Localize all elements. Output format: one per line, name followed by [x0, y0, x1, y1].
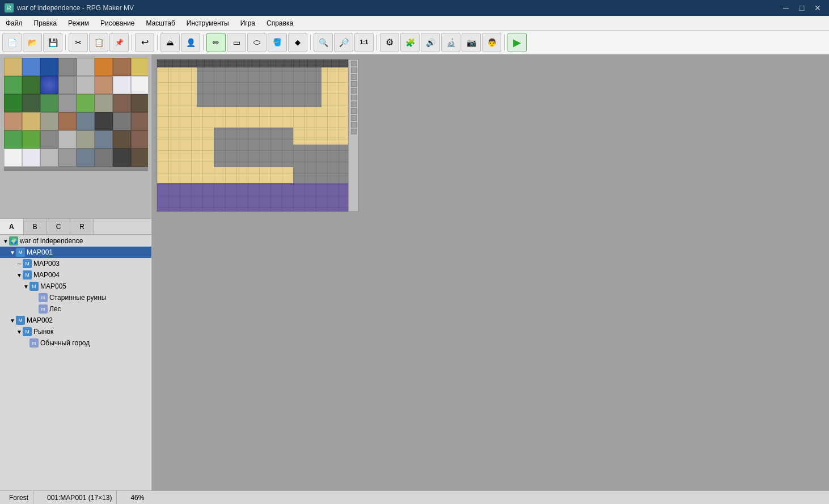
- maximize-button[interactable]: □: [795, 2, 809, 14]
- tile-cell[interactable]: [4, 112, 22, 130]
- minimize-button[interactable]: ─: [779, 2, 793, 14]
- zoom-out-button[interactable]: [334, 33, 353, 52]
- tree-obichniy-gorod[interactable]: m Обычный город: [0, 337, 151, 349]
- open-button[interactable]: [23, 33, 42, 52]
- tile-cell[interactable]: [77, 112, 95, 130]
- menu-item-[interactable]: Файл: [0, 16, 28, 30]
- toggle-rynok[interactable]: ▼: [16, 329, 23, 335]
- tree-map002[interactable]: ▼ M MAP002: [0, 315, 151, 326]
- tile-cell[interactable]: [22, 94, 40, 112]
- sound-button[interactable]: [421, 33, 440, 52]
- tile-cell[interactable]: [95, 112, 113, 130]
- tile-cell[interactable]: [40, 149, 58, 167]
- new-button[interactable]: [2, 33, 22, 52]
- tile-cell[interactable]: [95, 130, 113, 149]
- tile-cell[interactable]: [22, 112, 40, 130]
- tree-les[interactable]: m Лес: [0, 303, 151, 315]
- tile-cell[interactable]: [113, 76, 131, 94]
- toggle-map002[interactable]: ▼: [9, 317, 16, 324]
- tree-map003[interactable]: ─ M MAP003: [0, 258, 151, 269]
- tile-cell[interactable]: [77, 76, 95, 94]
- toggle-map004[interactable]: ▼: [16, 272, 23, 278]
- tile-cell[interactable]: [77, 149, 95, 167]
- map-canvas[interactable]: [157, 59, 359, 212]
- zoom-in-button[interactable]: [314, 33, 333, 52]
- paste-button[interactable]: [109, 33, 129, 52]
- tree-starinnie-ruini[interactable]: m Старинные руины: [0, 292, 151, 303]
- plugin-button[interactable]: [400, 33, 420, 52]
- tile-cell[interactable]: [4, 58, 22, 76]
- fill-button[interactable]: [268, 33, 287, 52]
- menu-item-[interactable]: Справка: [261, 16, 299, 30]
- tree-rynok[interactable]: ▼ M Рынок: [0, 326, 151, 337]
- toggle-map001[interactable]: ▼: [9, 249, 16, 256]
- tree-root[interactable]: ▼ 🌍 war of independence: [0, 235, 151, 247]
- tile-cell[interactable]: [4, 130, 22, 149]
- tile-cell[interactable]: [113, 149, 131, 167]
- settings-button[interactable]: [380, 33, 399, 52]
- screenshot-button[interactable]: [462, 33, 481, 52]
- tile-cell[interactable]: [131, 130, 148, 149]
- copy-button[interactable]: [89, 33, 108, 52]
- tile-cell[interactable]: [4, 94, 22, 112]
- tile-cell[interactable]: [131, 149, 148, 167]
- tab-A[interactable]: A: [0, 219, 24, 234]
- tile-cell[interactable]: [22, 76, 40, 94]
- menu-item-[interactable]: Режим: [62, 16, 95, 30]
- map-tree-panel[interactable]: ▼ 🌍 war of independence ▼ M MAP001 ─ M M…: [0, 235, 151, 490]
- tile-cell[interactable]: [95, 149, 113, 167]
- tree-map004[interactable]: ▼ M MAP004: [0, 269, 151, 281]
- tile-cell[interactable]: [4, 76, 22, 94]
- tile-cell[interactable]: [131, 76, 148, 94]
- toggle-map005[interactable]: ▼: [23, 283, 29, 290]
- tile-cell[interactable]: [77, 58, 95, 76]
- tile-cell[interactable]: [58, 76, 77, 94]
- tile-cell[interactable]: [77, 130, 95, 149]
- tab-C[interactable]: C: [47, 219, 71, 234]
- tab-R[interactable]: R: [70, 219, 94, 234]
- search-button[interactable]: [441, 33, 460, 52]
- ellipse-button[interactable]: [247, 33, 267, 52]
- toggle-root[interactable]: ▼: [2, 238, 9, 244]
- tile-cell[interactable]: [40, 76, 58, 94]
- tile-cell[interactable]: [58, 149, 77, 167]
- tile-cell[interactable]: [131, 112, 148, 130]
- tile-cell[interactable]: [95, 94, 113, 112]
- tile-cell[interactable]: [58, 58, 77, 76]
- canvas-area[interactable]: [152, 54, 829, 490]
- cut-button[interactable]: [69, 33, 88, 52]
- menu-item-[interactable]: Рисование: [95, 16, 140, 30]
- tile-cell[interactable]: [131, 94, 148, 112]
- menu-item-[interactable]: Инструменты: [181, 16, 235, 30]
- tile-cell[interactable]: [22, 130, 40, 149]
- tile-cell[interactable]: [58, 94, 77, 112]
- tile-cell[interactable]: [77, 94, 95, 112]
- menu-item-[interactable]: Масштаб: [141, 16, 181, 30]
- person-button[interactable]: [181, 33, 200, 52]
- tileset-canvas[interactable]: [4, 58, 148, 171]
- menu-item-[interactable]: Игра: [235, 16, 261, 30]
- tile-cell[interactable]: [131, 58, 148, 76]
- play-button[interactable]: [507, 33, 527, 52]
- tile-cell[interactable]: [58, 130, 77, 149]
- undo-button[interactable]: [135, 33, 154, 52]
- mountain-button[interactable]: [160, 33, 180, 52]
- pencil-button[interactable]: [206, 33, 226, 52]
- tree-map001[interactable]: ▼ M MAP001: [0, 247, 151, 258]
- tile-cell[interactable]: [22, 149, 40, 167]
- zoom-100-button[interactable]: [354, 33, 374, 52]
- tile-cell[interactable]: [4, 149, 22, 167]
- tree-map005[interactable]: ▼ M MAP005: [0, 281, 151, 292]
- tile-cell[interactable]: [58, 112, 77, 130]
- tile-cell[interactable]: [95, 58, 113, 76]
- menu-item-[interactable]: Правка: [28, 16, 63, 30]
- tile-cell[interactable]: [113, 58, 131, 76]
- tile-cell[interactable]: [40, 94, 58, 112]
- character-button[interactable]: [482, 33, 501, 52]
- tileset-grid[interactable]: [4, 58, 148, 167]
- save-button[interactable]: [43, 33, 62, 52]
- rect-button[interactable]: [227, 33, 246, 52]
- tile-cell[interactable]: [40, 112, 58, 130]
- tile-cell[interactable]: [22, 58, 40, 76]
- tile-cell[interactable]: [113, 94, 131, 112]
